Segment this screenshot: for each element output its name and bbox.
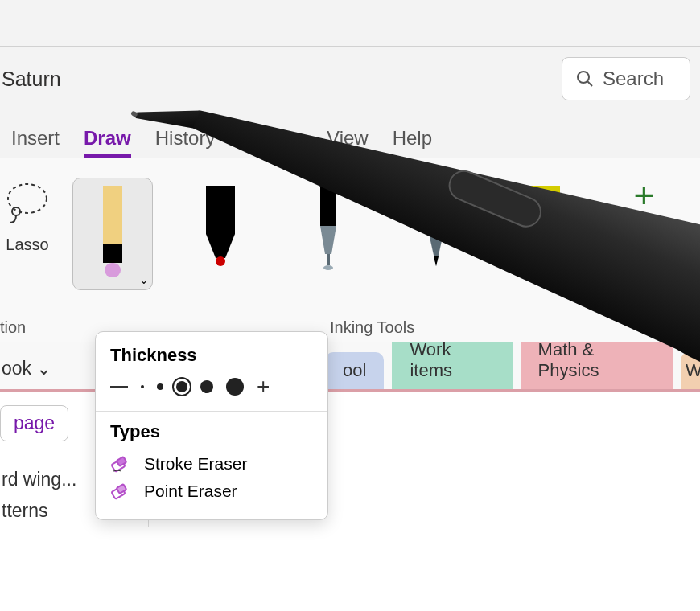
svg-point-13 xyxy=(323,265,333,270)
pen-tool-pencil-pink[interactable]: ⌄ xyxy=(72,178,153,290)
svg-rect-17 xyxy=(528,186,560,230)
svg-marker-11 xyxy=(320,226,336,254)
point-eraser-icon xyxy=(110,481,131,502)
types-heading: Types xyxy=(110,421,313,442)
svg-rect-19 xyxy=(537,252,550,266)
popup-divider xyxy=(96,411,327,412)
svg-marker-18 xyxy=(528,230,560,252)
pencil-dark-icon xyxy=(420,186,452,282)
svg-marker-8 xyxy=(206,234,235,258)
pen-tool-marker[interactable] xyxy=(180,178,261,290)
svg-rect-12 xyxy=(327,254,330,265)
eraser-type-point[interactable]: Point Eraser xyxy=(110,478,313,505)
pencil-pink-icon xyxy=(97,186,129,282)
tab-review[interactable]: Review xyxy=(239,127,303,158)
ribbon-body: Lasso ⌄ xyxy=(0,158,700,342)
ribbon-tabs: Insert Draw History Review View Help xyxy=(0,111,700,158)
eraser-type-stroke[interactable]: Stroke Eraser xyxy=(110,450,313,478)
add-pen-button[interactable]: + Add Pen ⌄ xyxy=(611,178,677,252)
title-row: Saturn Search xyxy=(0,47,700,111)
svg-rect-7 xyxy=(206,186,235,234)
thickness-dot-1[interactable] xyxy=(141,385,144,388)
chevron-down-icon[interactable]: ⌄ xyxy=(639,239,649,252)
pen-tool-fine-pen[interactable] xyxy=(288,178,369,290)
add-pen-label: Add Pen xyxy=(611,216,677,236)
svg-point-9 xyxy=(216,256,225,266)
lasso-tool[interactable]: Lasso xyxy=(2,178,53,254)
pen-tool-highlighter[interactable] xyxy=(504,178,584,290)
svg-point-0 xyxy=(578,72,589,83)
notebook-dropdown[interactable]: ook ⌄ xyxy=(0,358,60,389)
search-placeholder: Search xyxy=(603,68,664,90)
thickness-row: + xyxy=(110,374,313,400)
thickness-heading: Thickness xyxy=(110,345,313,366)
highlighter-icon xyxy=(523,186,565,282)
thickness-dot-3-selected[interactable] xyxy=(176,381,187,392)
search-icon xyxy=(575,69,595,88)
add-page-button[interactable]: page xyxy=(0,405,68,441)
stroke-eraser-icon xyxy=(110,453,131,474)
svg-rect-4 xyxy=(103,186,122,244)
pen-tool-pencil-dark[interactable] xyxy=(396,178,476,290)
chevron-down-icon: ⌄ xyxy=(36,358,51,379)
thickness-dot-2[interactable] xyxy=(157,383,163,390)
svg-line-1 xyxy=(587,81,592,86)
thickness-add-icon[interactable]: + xyxy=(257,374,270,400)
chevron-down-icon[interactable]: ⌄ xyxy=(139,273,149,286)
point-eraser-label: Point Eraser xyxy=(144,482,237,501)
lasso-icon xyxy=(2,178,53,229)
svg-rect-10 xyxy=(320,186,336,226)
lasso-label: Lasso xyxy=(6,236,48,254)
section-tab-ool[interactable]: ool xyxy=(325,352,384,389)
notebook-dropdown-label: ook xyxy=(2,358,31,379)
marker-icon xyxy=(201,186,240,282)
thickness-dot-5[interactable] xyxy=(226,378,244,396)
plus-icon: + xyxy=(633,178,654,213)
tab-history[interactable]: History xyxy=(155,127,216,158)
window-chrome-strip xyxy=(0,0,700,47)
fine-pen-icon xyxy=(312,186,344,282)
thickness-thin-line[interactable] xyxy=(110,386,128,388)
pen-gallery: ⌄ xyxy=(72,178,677,290)
svg-rect-14 xyxy=(428,186,444,230)
tab-help[interactable]: Help xyxy=(393,127,432,158)
ribbon-group-inking-label: Inking Tools xyxy=(330,318,414,337)
ribbon-group-selection-label: tion xyxy=(0,318,26,337)
stroke-eraser-label: Stroke Eraser xyxy=(144,454,247,474)
section-tab-partial[interactable]: W xyxy=(681,352,700,389)
thickness-dot-4[interactable] xyxy=(200,380,213,393)
svg-rect-5 xyxy=(103,244,122,263)
svg-marker-16 xyxy=(434,256,439,266)
pen-options-popup: Thickness + Types Stroke Eraser Point Er… xyxy=(95,331,328,520)
tab-view[interactable]: View xyxy=(327,127,369,158)
document-title[interactable]: Saturn xyxy=(0,68,61,91)
tab-insert[interactable]: Insert xyxy=(11,127,60,158)
tab-draw[interactable]: Draw xyxy=(84,127,131,158)
search-box[interactable]: Search xyxy=(562,57,690,100)
svg-rect-6 xyxy=(105,263,121,277)
